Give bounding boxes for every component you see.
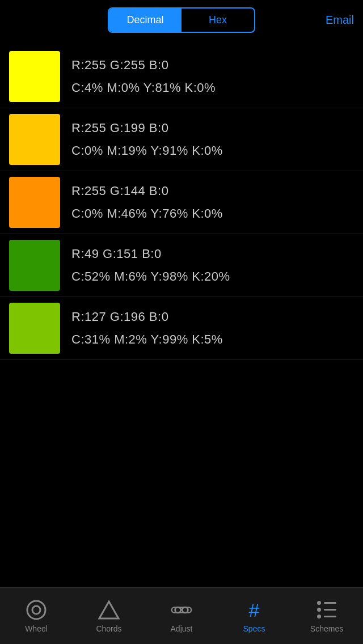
tab-specs-label: Specs (243, 624, 265, 633)
tab-adjust-label: Adjust (171, 624, 193, 633)
tab-schemes-label: Schemes (310, 624, 343, 633)
rgb-0: R:255 G:255 B:0 (71, 58, 216, 73)
rgb-1: R:255 G:199 B:0 (71, 121, 223, 135)
rgb-4: R:127 G:196 B:0 (71, 310, 223, 324)
color-info-2: R:255 G:144 B:0 C:0% M:46% Y:76% K:0% (71, 184, 223, 221)
header: Decimal Hex Email (0, 0, 363, 40)
color-swatch-1 (9, 114, 60, 165)
tab-bar: Wheel Chords Adjust # Specs (0, 587, 363, 644)
segment-control: Decimal Hex (108, 7, 255, 33)
svg-point-5 (176, 608, 180, 612)
svg-point-0 (27, 601, 45, 619)
color-item-4[interactable]: R:127 G:196 B:0 C:31% M:2% Y:99% K:5% (0, 297, 363, 360)
color-info-0: R:255 G:255 B:0 C:4% M:0% Y:81% K:0% (71, 58, 216, 95)
decimal-tab[interactable]: Decimal (109, 9, 182, 32)
cmyk-4: C:31% M:2% Y:99% K:5% (71, 332, 223, 347)
tab-specs[interactable]: # Specs (226, 599, 282, 633)
color-info-1: R:255 G:199 B:0 C:0% M:19% Y:91% K:0% (71, 121, 223, 158)
color-info-4: R:127 G:196 B:0 C:31% M:2% Y:99% K:5% (71, 310, 223, 347)
color-item-3[interactable]: R:49 G:151 B:0 C:52% M:6% Y:98% K:20% (0, 234, 363, 297)
cmyk-2: C:0% M:46% Y:76% K:0% (71, 206, 223, 221)
rgb-3: R:49 G:151 B:0 (71, 247, 230, 261)
hex-tab[interactable]: Hex (182, 9, 254, 32)
rgb-2: R:255 G:144 B:0 (71, 184, 223, 198)
color-item-1[interactable]: R:255 G:199 B:0 C:0% M:19% Y:91% K:0% (0, 108, 363, 171)
color-item-2[interactable]: R:255 G:144 B:0 C:0% M:46% Y:76% K:0% (0, 171, 363, 234)
tab-chords-label: Chords (96, 624, 121, 633)
schemes-icon (316, 599, 337, 621)
color-swatch-3 (9, 240, 60, 291)
tab-adjust[interactable]: Adjust (153, 599, 210, 633)
color-swatch-4 (9, 303, 60, 354)
svg-point-7 (183, 608, 187, 612)
color-item-0[interactable]: R:255 G:255 B:0 C:4% M:0% Y:81% K:0% (0, 45, 363, 108)
svg-point-1 (32, 606, 40, 614)
tab-schemes[interactable]: Schemes (298, 599, 355, 633)
wheel-icon (26, 599, 47, 621)
cmyk-1: C:0% M:19% Y:91% K:0% (71, 143, 223, 158)
tab-wheel-label: Wheel (25, 624, 48, 633)
color-info-3: R:49 G:151 B:0 C:52% M:6% Y:98% K:20% (71, 247, 230, 284)
cmyk-0: C:4% M:0% Y:81% K:0% (71, 80, 216, 95)
specs-icon: # (243, 599, 265, 621)
email-button[interactable]: Email (326, 14, 354, 27)
adjust-icon (171, 599, 192, 621)
color-list: R:255 G:255 B:0 C:4% M:0% Y:81% K:0% R:2… (0, 40, 363, 366)
color-swatch-0 (9, 51, 60, 102)
color-swatch-2 (9, 177, 60, 228)
cmyk-3: C:52% M:6% Y:98% K:20% (71, 269, 230, 284)
svg-marker-2 (99, 601, 119, 618)
tab-wheel[interactable]: Wheel (8, 599, 65, 633)
chords-icon (98, 599, 120, 621)
tab-chords[interactable]: Chords (81, 599, 137, 633)
